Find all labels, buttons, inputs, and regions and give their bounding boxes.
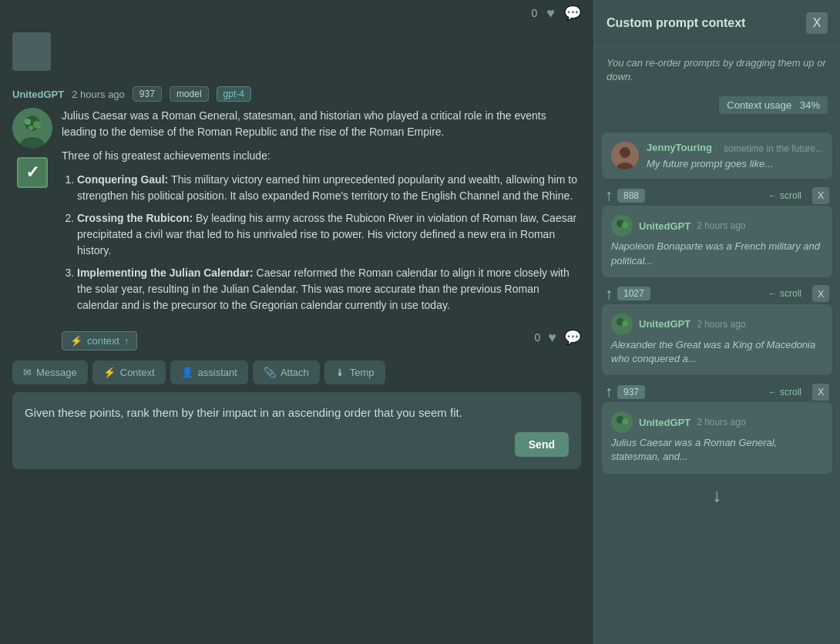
attach-button[interactable]: 📎 Attach [253, 361, 320, 384]
jenny-text: My future prompt goes like... [647, 158, 823, 169]
achievements-list: Conquering Gaul: This military victory e… [77, 172, 581, 314]
user-avatar [12, 108, 52, 148]
badge-count: 937 [133, 86, 162, 102]
up-icon: ↑ [124, 335, 129, 347]
chat-icon-msg[interactable]: 💬 [564, 327, 581, 348]
assistant-button[interactable]: 👤 assistant [170, 361, 248, 384]
prompt-1-text: Napoleon Bonaparte was a French military… [611, 240, 823, 267]
top-avatar-area [0, 26, 593, 77]
badge-model: model [170, 86, 209, 102]
top-icons-row: 0 ♥ 💬 [0, 0, 593, 26]
temp-icon: 🌡 [335, 367, 345, 378]
paragraph-2: Three of his greatest achievements inclu… [62, 148, 581, 164]
prompt-1-count: 888 [617, 189, 645, 203]
lightning-icon: ⚡ [70, 335, 82, 347]
svg-point-5 [29, 126, 33, 130]
prompt-1-user-row: UnitedGPT 2 hours ago [611, 215, 823, 236]
prompt-3-user-row: UnitedGPT 2 hours ago [611, 411, 823, 433]
prompt-list: JennyTouring sometime in the future... M… [594, 122, 840, 644]
message-button[interactable]: ✉ Message [12, 361, 88, 384]
prompt-2-username: UnitedGPT [639, 318, 690, 330]
badge-gpt4: gpt-4 [217, 86, 251, 102]
context-button[interactable]: ⚡ context ↑ [62, 331, 137, 351]
achievement-2: Crossing the Rubicon: By leading his arm… [77, 210, 581, 259]
like-count: 0 [535, 330, 541, 346]
prompt-1-time: 2 hours ago [697, 220, 745, 231]
message-label: Message [36, 367, 77, 378]
chat-icon[interactable]: 💬 [564, 5, 581, 22]
scroll-btn-3[interactable]: ← scroll [762, 384, 808, 401]
send-button[interactable]: Send [515, 432, 569, 457]
close-prompt-3[interactable]: X [812, 384, 829, 401]
temp-button[interactable]: 🌡 Temp [324, 361, 385, 384]
prompt-3-time: 2 hours ago [697, 417, 745, 428]
prompt-item-3: ↑ 937 ← scroll X [602, 380, 832, 473]
prompt-1-username: UnitedGPT [639, 220, 690, 232]
prompt-card-1: UnitedGPT 2 hours ago Napoleon Bonaparte… [602, 206, 832, 277]
panel-subtitle: You can re-order prompts by dragging the… [594, 47, 840, 93]
right-header: Custom prompt context X [594, 0, 840, 47]
svg-point-17 [622, 418, 628, 424]
context-usage-row: Context usage 34% [594, 93, 840, 122]
context-usage-text: Context usage [727, 99, 791, 111]
assistant-label: assistant [198, 367, 237, 378]
left-panel: 0 ♥ 💬 UnitedGPT 2 hours ago 937 model gp… [0, 0, 593, 644]
context-toolbar-button[interactable]: ⚡ Context [92, 361, 166, 384]
prompt-1-avatar [611, 215, 633, 236]
prompt-2-time: 2 hours ago [697, 319, 745, 330]
checkbox[interactable]: ✓ [17, 157, 48, 188]
input-toolbar: ✉ Message ⚡ Context 👤 assistant 📎 Attach… [0, 354, 593, 389]
close-prompt-1[interactable]: X [812, 187, 829, 204]
prompt-1-up-area: ↑ 888 [605, 186, 645, 204]
achievement-3: Implementing the Julian Calendar: Caesar… [77, 265, 581, 314]
envelope-icon: ✉ [23, 367, 32, 378]
context-label: context [87, 335, 119, 347]
heart-icon-msg[interactable]: ♥ [548, 327, 556, 348]
prompt-3-avatar [611, 411, 633, 433]
prompt-2-text: Alexander the Great was a King of Macedo… [611, 338, 823, 366]
jenny-name: JennyTouring [647, 142, 712, 153]
username-label: UnitedGPT [12, 89, 64, 100]
checkmark-icon: ✓ [25, 163, 39, 183]
jenny-prompt-item: JennyTouring sometime in the future... M… [602, 132, 832, 179]
up-arrow-3[interactable]: ↑ [605, 383, 613, 401]
up-arrow-2[interactable]: ↑ [605, 285, 613, 303]
message-actions: 0 ♥ 💬 [535, 321, 581, 354]
prompt-card-3: UnitedGPT 2 hours ago Julius Caesar was … [602, 402, 832, 473]
down-arrow-icon: ↓ [713, 485, 722, 506]
achievement-3-title: Implementing the Julian Calendar: [77, 267, 257, 279]
context-toolbar-label: Context [120, 367, 155, 378]
svg-point-7 [620, 147, 630, 158]
close-button[interactable]: X [806, 12, 828, 34]
message-input[interactable]: Given these points, rank them by their i… [25, 404, 507, 457]
top-avatar-placeholder [12, 32, 51, 71]
paragraph-1: Julius Caesar was a Roman General, state… [62, 108, 581, 140]
panel-title: Custom prompt context [606, 16, 745, 30]
jenny-time: sometime in the future... [724, 143, 823, 154]
svg-point-3 [25, 119, 31, 125]
achievement-1-title: Conquering Gaul: [77, 173, 171, 186]
prompt-2-user-row: UnitedGPT 2 hours ago [611, 314, 823, 335]
achievement-2-title: Crossing the Rubicon: [77, 212, 196, 224]
jenny-prompt-card: JennyTouring sometime in the future... M… [602, 132, 832, 179]
achievement-1: Conquering Gaul: This military victory e… [77, 172, 581, 204]
svg-point-14 [622, 320, 628, 327]
context-usage-badge: Context usage 34% [719, 96, 828, 114]
person-icon: 👤 [181, 367, 193, 378]
attach-label: Attach [281, 367, 309, 378]
prompt-2-count: 1027 [617, 287, 650, 300]
prompt-2-up-area: ↑ 1027 [605, 285, 650, 303]
close-prompt-2[interactable]: X [812, 285, 829, 302]
up-arrow-1[interactable]: ↑ [605, 186, 613, 204]
scroll-btn-1[interactable]: ← scroll [762, 187, 808, 204]
prompt-3-username: UnitedGPT [639, 417, 690, 428]
message-content: Julius Caesar was a Roman General, state… [62, 108, 581, 354]
scroll-btn-2[interactable]: ← scroll [762, 285, 808, 302]
jenny-content: JennyTouring sometime in the future... M… [647, 142, 823, 169]
prompt-3-text: Julius Caesar was a Roman General, state… [611, 436, 823, 464]
lightning-icon-tb: ⚡ [103, 367, 116, 378]
text-input-area: Given these points, rank them by their i… [12, 392, 581, 469]
message-row: ✓ Julius Caesar was a Roman General, sta… [12, 108, 581, 354]
heart-icon[interactable]: ♥ [546, 5, 555, 22]
right-panel: Custom prompt context X You can re-order… [593, 0, 840, 644]
